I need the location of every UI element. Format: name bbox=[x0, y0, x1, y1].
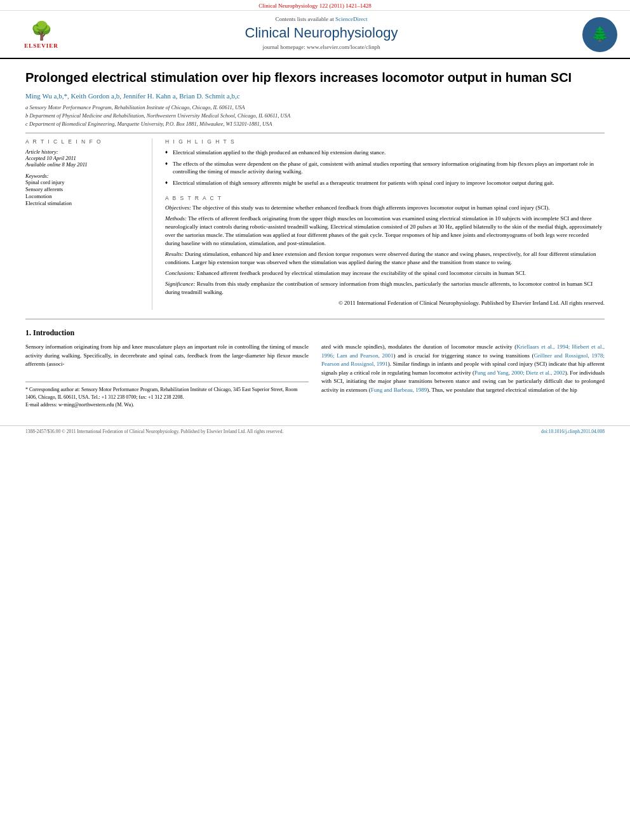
highlight-2: The effects of the stimulus were depende… bbox=[165, 160, 605, 176]
highlight-1: Electrical stimulation applied to the th… bbox=[165, 149, 605, 157]
history-label: Article history: bbox=[25, 149, 143, 155]
abstract-results-text: During stimulation, enhanced hip and kne… bbox=[165, 251, 596, 265]
journal-center-header: Contents lists available at ScienceDirec… bbox=[70, 16, 573, 53]
header-divider bbox=[25, 133, 605, 133]
journal-title: Clinical Neurophysiology bbox=[70, 25, 573, 41]
keywords-label: Keywords: bbox=[25, 173, 143, 179]
section-divider bbox=[25, 319, 605, 319]
article-info-col: A R T I C L E I N F O Article history: A… bbox=[25, 138, 152, 310]
abstract-results: Results: During stimulation, enhanced hi… bbox=[165, 250, 605, 267]
affiliation-a: a Sensory Motor Performance Program, Reh… bbox=[25, 103, 605, 112]
intro-heading: 1. Introduction bbox=[25, 328, 605, 338]
footnote-email: E-mail address: w-ming@northwestern.edu … bbox=[25, 401, 309, 409]
bottom-bar: 1388-2457/$36.00 © 2011 International Fe… bbox=[0, 425, 630, 437]
abstract-objectives-text: The objective of this study was to deter… bbox=[192, 204, 549, 211]
abstract-text: Objectives: The objective of this study … bbox=[165, 204, 605, 308]
footnote-box: * Corresponding author at: Sensory Motor… bbox=[25, 382, 309, 409]
keyword-3: Locomotion bbox=[25, 193, 143, 199]
intro-left-text: Sensory information originating from hip… bbox=[25, 343, 309, 369]
main-content: Prolonged electrical stimulation over hi… bbox=[0, 59, 630, 419]
ref-pang[interactable]: Pang and Yang, 2000; Dietz et al., 2002 bbox=[474, 370, 565, 376]
journal-reference-bar: Clinical Neurophysiology 122 (2011) 1421… bbox=[0, 0, 630, 11]
authors-line: Ming Wu a,b,*, Keith Gordon a,b, Jennife… bbox=[25, 92, 605, 100]
intro-right-col: ated with muscle spindles), modulates th… bbox=[321, 343, 605, 409]
journal-logo-right: 🌲 bbox=[573, 17, 617, 52]
highlight-3: Electrical stimulation of thigh sensory … bbox=[165, 179, 605, 187]
article-history: Article history: Accepted 10 April 2011 … bbox=[25, 149, 143, 168]
affiliation-c: c Department of Biomedical Engineering, … bbox=[25, 120, 605, 128]
intro-right-text: ated with muscle spindles), modulates th… bbox=[321, 343, 605, 394]
affiliation-b: b Department of Physical Medicine and Re… bbox=[25, 112, 605, 120]
elsevier-logo: 🌳 ELSEVIER bbox=[13, 20, 70, 49]
article-info-heading: A R T I C L E I N F O bbox=[25, 138, 143, 145]
intro-left-col: Sensory information originating from hip… bbox=[25, 343, 309, 409]
journal-homepage: journal homepage: www.elsevier.com/locat… bbox=[70, 44, 573, 50]
bottom-doi: doi:10.1016/j.clinph.2011.04.008 bbox=[541, 429, 605, 434]
copyright-line: © 2011 International Federation of Clini… bbox=[165, 299, 605, 307]
journal-header: 🌳 ELSEVIER Contents lists available at S… bbox=[0, 11, 630, 59]
journal-ref-text: Clinical Neurophysiology 122 (2011) 1421… bbox=[258, 3, 372, 9]
abstract-methods: Methods: The effects of afferent feedbac… bbox=[165, 215, 605, 248]
introduction-section: 1. Introduction Sensory information orig… bbox=[25, 328, 605, 409]
article-title: Prolonged electrical stimulation over hi… bbox=[25, 69, 605, 86]
contents-line: Contents lists available at ScienceDirec… bbox=[70, 16, 573, 22]
highlights-abstract-col: H I G H L I G H T S Electrical stimulati… bbox=[165, 138, 605, 310]
abstract-heading: A B S T R A C T bbox=[165, 195, 605, 201]
ref-fung[interactable]: Fung and Barbeau, 1989 bbox=[371, 387, 427, 393]
sciencedirect-link[interactable]: ScienceDirect bbox=[335, 16, 367, 22]
keyword-2: Sensory afferents bbox=[25, 186, 143, 192]
abstract-methods-text: The effects of afferent feedback origina… bbox=[165, 215, 602, 246]
bottom-issn: 1388-2457/$36.00 © 2011 International Fe… bbox=[25, 429, 283, 434]
keyword-1: Spinal cord injury bbox=[25, 179, 143, 185]
highlights-heading: H I G H L I G H T S bbox=[165, 138, 605, 145]
abstract-significance: Significance: Results from this study em… bbox=[165, 280, 605, 297]
available-date: Available online 8 May 2011 bbox=[25, 161, 143, 168]
keywords-section: Keywords: Spinal cord injury Sensory aff… bbox=[25, 173, 143, 206]
abstract-significance-text: Results from this study emphasize the co… bbox=[165, 281, 593, 295]
abstract-conclusions-text: Enhanced afferent feedback produced by e… bbox=[197, 270, 526, 276]
intro-two-col: Sensory information originating from hip… bbox=[25, 343, 605, 409]
people-text: people bbox=[464, 361, 479, 367]
abstract-conclusions: Conclusions: Enhanced afferent feedback … bbox=[165, 269, 605, 277]
highlights-list: Electrical stimulation applied to the th… bbox=[165, 149, 605, 187]
affiliations: a Sensory Motor Performance Program, Reh… bbox=[25, 103, 605, 128]
keywords-list: Spinal cord injury Sensory afferents Loc… bbox=[25, 179, 143, 206]
abstract-section: A B S T R A C T Objectives: The objectiv… bbox=[165, 195, 605, 308]
elsevier-brand-text: ELSEVIER bbox=[24, 43, 58, 49]
journal-icon-circle: 🌲 bbox=[582, 17, 617, 52]
footnote-star: * Corresponding author at: Sensory Motor… bbox=[25, 386, 309, 401]
article-info-highlights: A R T I C L E I N F O Article history: A… bbox=[25, 138, 605, 310]
keyword-4: Electrical stimulation bbox=[25, 200, 143, 206]
abstract-objectives: Objectives: The objective of this study … bbox=[165, 204, 605, 212]
accepted-date: Accepted 10 April 2011 bbox=[25, 155, 143, 161]
elsevier-tree-icon: 🌳 bbox=[30, 20, 53, 41]
